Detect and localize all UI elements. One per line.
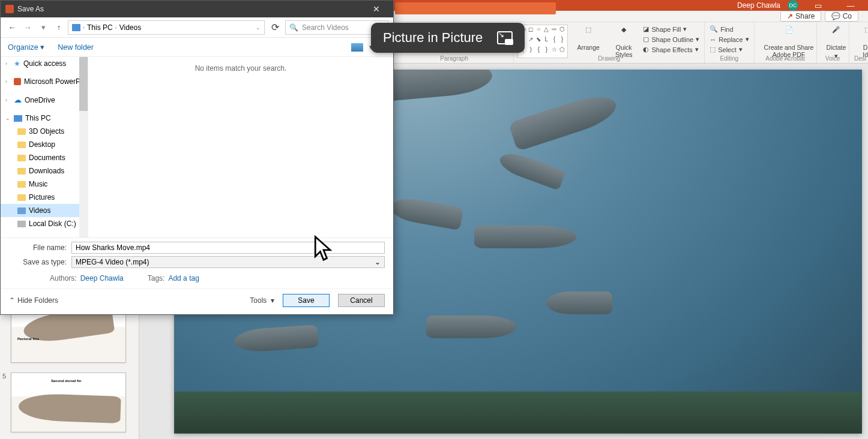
select-button[interactable]: ⬚ Select ▾ (708, 45, 750, 54)
address-bar[interactable]: › This PC › Videos ⌄ (68, 20, 265, 35)
new-folder-button[interactable]: New folder (58, 43, 94, 52)
empty-message: No items match your search. (195, 64, 287, 73)
minimize-icon[interactable]: — (838, 1, 863, 10)
organize-button[interactable]: Organize ▾ (8, 43, 44, 52)
folder-icon (17, 208, 26, 214)
cancel-button[interactable]: Cancel (338, 294, 385, 307)
shape-effects-button[interactable]: ◐ Shape Effects ▾ (642, 45, 701, 54)
user-avatar[interactable]: DC (788, 0, 798, 11)
recent-dropdown-icon[interactable]: ▾ (37, 21, 50, 34)
back-icon[interactable]: ← (5, 21, 19, 34)
shape-outline-button[interactable]: ▢ Shape Outline ▾ (642, 35, 701, 44)
tree-videos[interactable]: Videos (1, 204, 88, 217)
slide-thumb-5[interactable]: 5 Second dorsal fin (0, 370, 139, 439)
pc-icon (14, 115, 22, 122)
folder-tree[interactable]: ›★Quick access ›Microsoft PowerPo ›☁OneD… (1, 57, 88, 237)
search-icon: 🔍 (289, 23, 298, 32)
arrange-button[interactable]: ⬚Arrange (571, 25, 606, 52)
tags-label: Tags: (148, 274, 165, 282)
tree-downloads[interactable]: Downloads (1, 164, 88, 178)
ribbon-display-options-icon[interactable]: ▭ (806, 1, 831, 10)
hide-folders-button[interactable]: ⌃Hide Folders (9, 296, 58, 305)
shark-image (426, 315, 516, 338)
seabed (174, 392, 862, 434)
tree-scrollbar[interactable] (79, 57, 88, 237)
save-as-dialog: Save As ✕ ← → ▾ ↑ › This PC › Videos ⌄ ⟳… (0, 0, 394, 315)
shapes-gallery[interactable]: ▭◻○△⇨⬡ ╲↗⬊L{} (){}☆⬠ (517, 25, 567, 58)
picture-in-picture-overlay[interactable]: Picture in Picture ↘ (371, 23, 525, 53)
view-mode-icon[interactable] (351, 43, 363, 52)
tree-music[interactable]: Music (1, 178, 88, 191)
shape-fill-button[interactable]: ◪ Shape Fill ▾ (642, 25, 701, 34)
group-editing-label: Editing (705, 55, 753, 62)
save-button[interactable]: Save (283, 294, 330, 307)
dialog-body: ›★Quick access ›Microsoft PowerPo ›☁OneD… (1, 57, 393, 237)
user-name-label: Deep Chawla (737, 1, 780, 10)
savetype-label: Save as type: (9, 258, 67, 266)
chevron-up-icon: ⌃ (9, 296, 15, 305)
dialog-nav-bar: ← → ▾ ↑ › This PC › Videos ⌄ ⟳ 🔍 Search … (1, 17, 393, 38)
comments-button[interactable]: 💬 Co (825, 11, 858, 22)
chevron-down-icon: ⌄ (375, 258, 381, 266)
pip-label: Picture in Picture (383, 30, 483, 46)
dialog-footer: ⌃Hide Folders Tools ▾ Save Cancel (1, 288, 393, 314)
tree-quick-access[interactable]: ›★Quick access (1, 57, 88, 70)
tree-documents[interactable]: Documents (1, 151, 88, 164)
star-icon: ★ (14, 59, 20, 68)
quick-styles-button[interactable]: ◆Quick Styles (609, 25, 639, 59)
up-icon[interactable]: ↑ (52, 21, 65, 34)
savetype-select[interactable]: MPEG-4 Video (*.mp4)⌄ (71, 256, 385, 268)
tree-local-disk[interactable]: Local Disk (C:) (1, 217, 88, 230)
breadcrumb-seg[interactable]: This PC (87, 23, 113, 32)
filename-input[interactable] (71, 242, 385, 254)
replace-button[interactable]: ↔ Replace ▾ (708, 35, 750, 44)
cloud-icon: ☁ (14, 95, 22, 104)
group-voice-label: Voice (817, 55, 849, 62)
authors-value[interactable]: Deep Chawla (80, 274, 124, 282)
drive-icon (17, 221, 26, 227)
filename-label: File name: (9, 243, 67, 252)
tree-desktop[interactable]: Desktop (1, 138, 88, 151)
folder-icon (17, 194, 26, 201)
tree-pictures[interactable]: Pictures (1, 191, 88, 204)
close-icon[interactable]: ✕ (364, 4, 388, 14)
tree-onedrive[interactable]: ›☁OneDrive (1, 93, 88, 107)
group-paragraph-label: Paragraph (395, 55, 513, 62)
file-list-area[interactable]: No items match your search. (88, 57, 393, 237)
adobe-pdf-button[interactable]: 📄Create and Share Adobe PDF (758, 25, 820, 59)
authors-label: Authors: (50, 274, 77, 282)
tags-input[interactable]: Add a tag (168, 274, 199, 282)
tree-this-pc[interactable]: ⌄This PC (1, 112, 88, 125)
folder-icon (17, 155, 26, 161)
dialog-title: Save As (17, 5, 44, 13)
group-designer-label: Desi (849, 55, 868, 62)
dialog-form-area: File name: Save as type: MPEG-4 Video (*… (1, 237, 393, 288)
forward-icon[interactable]: → (21, 21, 34, 34)
powerpoint-icon (14, 78, 21, 85)
share-button[interactable]: ↗Share (780, 11, 821, 22)
find-button[interactable]: 🔍 Find (708, 25, 750, 34)
search-placeholder: Search Videos (302, 23, 349, 32)
tree-3d-objects[interactable]: 3D Objects (1, 125, 88, 138)
ppt-title-search[interactable] (395, 2, 556, 14)
powerpoint-icon (5, 5, 14, 13)
folder-icon (17, 181, 26, 188)
design-ideas-button[interactable]: ⬚De Ide (853, 25, 868, 59)
tools-button[interactable]: Tools ▾ (250, 296, 274, 305)
tree-powerpoint[interactable]: ›Microsoft PowerPo (1, 75, 88, 88)
folder-icon (17, 142, 26, 148)
shark-image (546, 291, 612, 314)
breadcrumb-seg[interactable]: Videos (119, 23, 141, 32)
dialog-toolbar: Organize ▾ New folder ▾ ◐ (1, 38, 393, 57)
group-drawing-label: Drawing (514, 55, 704, 62)
pip-icon: ↘ (497, 31, 513, 44)
group-acrobat-label: Adobe Acrobat (755, 55, 816, 62)
address-dropdown-icon[interactable]: ⌄ (256, 25, 261, 31)
folder-icon (17, 168, 26, 175)
refresh-icon[interactable]: ⟳ (267, 22, 283, 33)
chevron-right-icon[interactable]: › (115, 25, 117, 31)
shark-image (474, 225, 576, 248)
chevron-right-icon[interactable]: › (83, 25, 85, 31)
folder-icon (17, 128, 26, 135)
dialog-titlebar[interactable]: Save As ✕ (1, 1, 393, 17)
